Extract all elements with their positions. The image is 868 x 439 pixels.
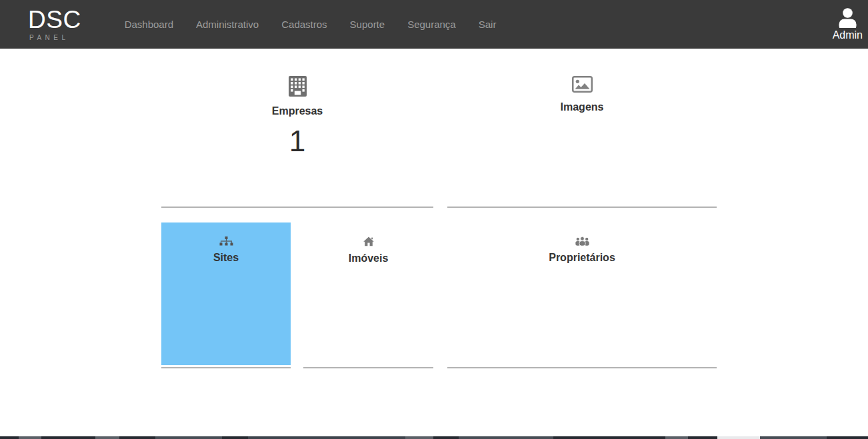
top-navbar: DSC PANEL Dashboard Administrativo Cadas…	[0, 0, 868, 49]
nav-item-sair[interactable]: Sair	[467, 19, 508, 30]
tile-label: Imóveis	[303, 252, 433, 264]
user-icon	[839, 8, 857, 28]
taskbar-edge	[0, 436, 868, 439]
image-icon	[572, 76, 593, 93]
brand-subtitle: PANEL	[28, 34, 81, 41]
page: DSC PANEL Dashboard Administrativo Cadas…	[0, 0, 868, 439]
tile-imoveis[interactable]: Imóveis	[303, 222, 433, 368]
taskbar-segment	[717, 436, 760, 439]
user-menu[interactable]: Admin	[833, 0, 863, 41]
building-icon	[289, 76, 307, 97]
tile-sites[interactable]: Sites	[161, 222, 291, 365]
tile-label: Imagens	[447, 101, 717, 113]
tile-proprietarios[interactable]: Proprietários	[447, 222, 717, 368]
taskbar-segment	[405, 436, 433, 439]
tile-empresas[interactable]: Empresas 1	[161, 49, 433, 208]
nav-item-cadastros[interactable]: Cadastros	[270, 19, 338, 30]
main-nav: Dashboard Administrativo Cadastros Supor…	[113, 19, 508, 30]
nav-item-dashboard[interactable]: Dashboard	[113, 19, 185, 30]
taskbar-segment	[459, 436, 553, 439]
taskbar-segment	[760, 436, 827, 439]
taskbar-segment	[19, 436, 41, 439]
users-icon	[575, 236, 589, 246]
tile-label: Sites	[161, 252, 291, 264]
user-name: Admin	[833, 29, 863, 41]
brand-name: DSC	[28, 7, 81, 32]
nav-item-suporte[interactable]: Suporte	[339, 19, 397, 30]
tile-imagens[interactable]: Imagens	[447, 49, 717, 208]
sitemap-icon	[219, 236, 233, 246]
home-icon	[363, 236, 374, 246]
nav-item-administrativo[interactable]: Administrativo	[185, 19, 270, 30]
taskbar-segment	[665, 436, 688, 439]
tile-label: Empresas	[161, 105, 433, 117]
tile-count: 1	[161, 127, 433, 156]
taskbar-segment	[95, 436, 119, 439]
divider	[161, 367, 291, 368]
nav-item-seguranca[interactable]: Segurança	[396, 19, 467, 30]
taskbar-segment	[248, 436, 408, 439]
brand-logo[interactable]: DSC PANEL	[28, 7, 81, 41]
tile-label: Proprietários	[447, 252, 717, 264]
taskbar-segment	[155, 436, 222, 439]
